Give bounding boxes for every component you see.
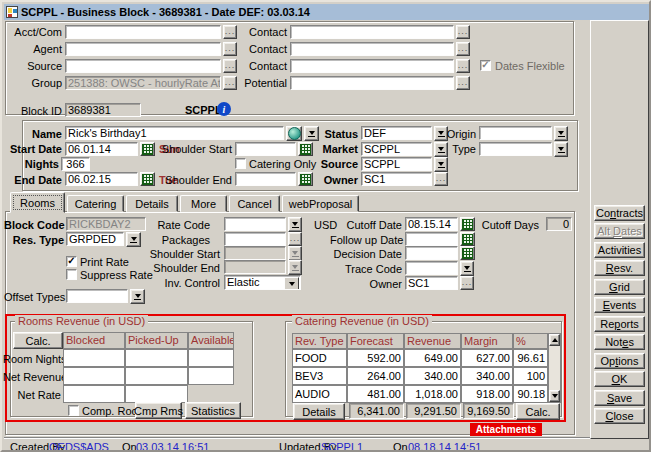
acct-com-field[interactable] bbox=[65, 25, 221, 39]
save-button[interactable]: Save bbox=[594, 390, 645, 406]
packages-field[interactable] bbox=[224, 232, 286, 246]
col-header-revenue: Revenue bbox=[404, 333, 461, 349]
contact3-lov-button[interactable]: ... bbox=[456, 59, 470, 73]
ok-button[interactable]: OK bbox=[594, 371, 645, 387]
catering-calc-button[interactable]: Calc. bbox=[516, 403, 560, 420]
nights-field[interactable]: 366 bbox=[61, 157, 90, 171]
decision-date-field[interactable] bbox=[405, 246, 458, 260]
dates-flexible-checkbox[interactable]: ✓ bbox=[480, 60, 491, 71]
rev-type-cell: BEV3 bbox=[292, 367, 347, 385]
tab-more[interactable]: More bbox=[180, 195, 227, 212]
rooms-owner-lov-button[interactable]: ... bbox=[460, 276, 474, 290]
origin-lov-button[interactable] bbox=[554, 126, 568, 141]
col-header-blocked: Blocked bbox=[63, 332, 125, 349]
potential-field[interactable] bbox=[290, 76, 454, 90]
follow-up-calendar-button[interactable] bbox=[460, 232, 475, 246]
resv-button[interactable]: Resv. bbox=[594, 260, 645, 276]
contact1-field[interactable] bbox=[290, 25, 454, 39]
forecast-total: 6,341.00 bbox=[349, 403, 404, 419]
contact1-lov-button[interactable]: ... bbox=[456, 25, 470, 39]
trace-code-lov-button[interactable] bbox=[460, 261, 474, 276]
contact2-lov-button[interactable]: ... bbox=[456, 42, 470, 56]
combo-dropdown-button[interactable] bbox=[284, 277, 299, 290]
end-date-field[interactable]: 06.02.15 bbox=[65, 172, 138, 186]
owner-lov-button[interactable]: ... bbox=[434, 172, 448, 186]
cutoff-days-field[interactable]: 0 bbox=[546, 217, 572, 231]
catering-scrollbar[interactable] bbox=[548, 333, 561, 403]
res-type-label: Res. Type bbox=[4, 234, 64, 247]
tab-cancel[interactable]: Cancel bbox=[229, 195, 280, 212]
reports-button[interactable]: Reports bbox=[594, 316, 645, 332]
offset-types-field[interactable] bbox=[66, 289, 128, 303]
packages-lov-button[interactable]: ... bbox=[288, 232, 302, 246]
contact2-label: Contact bbox=[232, 43, 287, 56]
scroll-down-button[interactable] bbox=[549, 390, 560, 402]
acct-com-label: Acct/Com bbox=[4, 26, 62, 39]
info-icon[interactable]: i bbox=[217, 102, 231, 116]
shoulder-start-field[interactable] bbox=[235, 142, 296, 156]
block-source-field[interactable]: SCPPL bbox=[361, 157, 432, 171]
rooms-shoulder-end-lov-button bbox=[288, 260, 302, 275]
cutoff-date-calendar-button[interactable] bbox=[460, 217, 475, 231]
scroll-up-button[interactable] bbox=[549, 334, 560, 346]
rooms-revenue-cell bbox=[188, 367, 234, 385]
decision-date-label: Decision Date bbox=[330, 248, 402, 261]
decision-calendar-button[interactable] bbox=[460, 246, 475, 260]
col-header-picked-up: Picked-Up bbox=[125, 332, 188, 349]
comp-rooms-checkbox[interactable] bbox=[68, 405, 79, 416]
name-field[interactable]: Rick's Birthday1 bbox=[65, 126, 284, 140]
close-button[interactable]: Close bbox=[594, 408, 645, 424]
rooms-revenue-calc-button[interactable]: Calc. bbox=[13, 332, 63, 349]
translate-button[interactable] bbox=[286, 126, 302, 141]
rooms-revenue-cell bbox=[63, 385, 125, 403]
trace-code-field[interactable] bbox=[405, 261, 458, 275]
group-field[interactable]: 251388: OWSC - hourlyRate Attribute bbox=[65, 76, 221, 90]
footer-separator bbox=[4, 437, 651, 439]
rate-code-lov-button[interactable] bbox=[288, 217, 302, 232]
events-button[interactable]: Events bbox=[594, 297, 645, 313]
cmp-rms-button[interactable]: Cmp Rms bbox=[135, 402, 182, 419]
tab-details[interactable]: Details bbox=[126, 195, 178, 212]
type-field[interactable] bbox=[479, 142, 552, 156]
title-bar[interactable]: SCPPL - Business Block - 3689381 - Date … bbox=[4, 4, 651, 20]
inv-control-combo[interactable]: Elastic bbox=[224, 275, 301, 290]
print-rate-checkbox[interactable]: ✓ bbox=[66, 256, 77, 267]
potential-lov-button[interactable]: ... bbox=[456, 76, 470, 90]
start-date-label: Start Date bbox=[4, 143, 62, 156]
start-date-calendar-button[interactable] bbox=[140, 142, 155, 156]
tab-webproposal[interactable]: webProposal bbox=[282, 195, 359, 212]
rooms-owner-field[interactable]: SC1 bbox=[405, 276, 458, 290]
rooms-revenue-title: Rooms Revenue (in USD) bbox=[15, 315, 148, 327]
contact2-field[interactable] bbox=[290, 42, 454, 56]
calendar-icon bbox=[462, 219, 473, 230]
suppress-rate-checkbox[interactable] bbox=[66, 269, 77, 280]
statistics-button[interactable]: Statistics bbox=[185, 402, 241, 419]
catering-only-checkbox[interactable] bbox=[235, 158, 246, 169]
follow-up-date-field[interactable] bbox=[405, 232, 458, 246]
cutoff-date-label: Cutoff Date bbox=[330, 219, 402, 232]
block-source-lov-button[interactable] bbox=[434, 157, 448, 172]
agent-field[interactable] bbox=[65, 42, 221, 56]
offset-types-lov-button[interactable] bbox=[130, 289, 145, 304]
rate-code-field[interactable] bbox=[224, 217, 286, 231]
catering-details-button[interactable]: Details bbox=[293, 403, 345, 420]
contracts-button[interactable]: Contracts bbox=[594, 205, 645, 221]
tab-rooms[interactable]: Rooms bbox=[10, 192, 65, 213]
tab-catering[interactable]: Catering bbox=[67, 195, 124, 212]
activities-button[interactable]: Activities bbox=[594, 242, 645, 258]
shoulder-end-field[interactable] bbox=[235, 172, 296, 186]
notes-button[interactable]: Notes bbox=[594, 334, 645, 350]
cutoff-date-field[interactable]: 08.15.14 bbox=[405, 217, 458, 231]
options-button[interactable]: Options bbox=[594, 353, 645, 369]
owner-field[interactable]: SC1 bbox=[361, 172, 432, 186]
res-type-field[interactable]: GRPDED bbox=[66, 232, 124, 246]
contact3-field[interactable] bbox=[290, 59, 454, 73]
type-lov-button[interactable] bbox=[554, 142, 568, 157]
end-date-calendar-button[interactable] bbox=[140, 172, 155, 186]
start-date-field[interactable]: 06.01.14 bbox=[65, 142, 138, 156]
source-field[interactable] bbox=[65, 59, 221, 73]
source-label: Source bbox=[4, 60, 62, 73]
grid-button[interactable]: Grid bbox=[594, 279, 645, 295]
origin-field[interactable] bbox=[479, 126, 552, 140]
shoulder-end-label: Shoulder End bbox=[160, 174, 232, 187]
